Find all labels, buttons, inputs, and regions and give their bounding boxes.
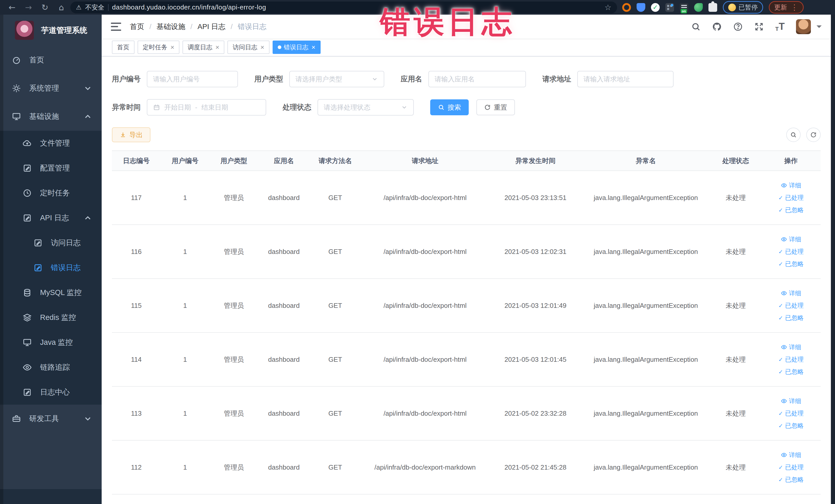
page-scrollbar[interactable] [831, 15, 835, 504]
sidebar-item-scheduled-jobs[interactable]: 定时任务 [0, 181, 102, 205]
toggle-search-button[interactable] [786, 127, 801, 142]
cell-exception-name: java.lang.IllegalArgumentException [582, 356, 710, 364]
detail-link[interactable]: 详细 [781, 451, 801, 459]
extension-grid-icon[interactable] [665, 3, 674, 12]
sidebar-item-file-manage[interactable]: 文件管理 [0, 131, 102, 156]
sidebar-item-system[interactable]: 系统管理 [0, 74, 102, 102]
help-icon[interactable] [733, 22, 743, 32]
hamburger-icon[interactable] [111, 23, 121, 31]
request-url-input[interactable] [584, 75, 667, 83]
app-name-input[interactable] [434, 75, 520, 83]
user-type-label: 用户类型 [254, 74, 283, 84]
back-icon[interactable]: ← [5, 1, 20, 14]
breadcrumb: 首页 基础设施 API 日志 错误日志 [130, 22, 266, 32]
process-status-select[interactable]: 请选择处理状态 [318, 99, 414, 116]
breadcrumb-home[interactable]: 首页 [130, 22, 144, 32]
sidebar-item-home[interactable]: 首页 [0, 46, 102, 74]
search-button[interactable]: 搜索 [430, 99, 469, 115]
close-icon[interactable] [170, 44, 174, 51]
export-button[interactable]: 导出 [112, 127, 150, 142]
mark-processed-link[interactable]: 已处理 [778, 247, 803, 256]
sidebar-item-error-log[interactable]: 错误日志 [0, 255, 102, 280]
paused-badge[interactable]: 已暂停 [723, 1, 763, 14]
detail-link[interactable]: 详细 [781, 343, 801, 351]
extension-green-check-icon[interactable]: ✓ [651, 3, 660, 12]
breadcrumb-api-log[interactable]: API 日志 [198, 22, 226, 32]
close-icon[interactable] [312, 44, 315, 51]
sidebar-item-redis-monitor[interactable]: Redis 监控 [0, 305, 102, 330]
user-type-select[interactable]: 请选择用户类型 [289, 71, 384, 87]
detail-link[interactable]: 详细 [781, 181, 801, 189]
col-app-name: 应用名 [258, 156, 309, 165]
extensions-puzzle-icon[interactable] [709, 3, 717, 12]
mark-processed-link[interactable]: 已处理 [778, 463, 803, 471]
tab-access-log[interactable]: 访问日志 [227, 41, 269, 54]
refresh-icon [484, 104, 491, 110]
detail-link[interactable]: 详细 [781, 235, 801, 243]
toolbox-icon [12, 414, 21, 423]
mark-ignored-link[interactable]: 已忽略 [778, 476, 803, 484]
user-menu[interactable] [796, 19, 822, 34]
tab-scheduled-jobs[interactable]: 定时任务 [138, 41, 179, 54]
active-dot [278, 45, 281, 49]
kebab-menu-icon[interactable]: ⋮ [791, 4, 798, 11]
mark-ignored-link[interactable]: 已忽略 [778, 422, 803, 430]
github-icon[interactable] [712, 22, 722, 32]
extension-leaf-icon[interactable] [694, 3, 703, 12]
address-bar[interactable]: ⚠ 不安全 dashboard.yudao.iocoder.cn/infra/l… [70, 2, 617, 13]
sidebar-item-tracing[interactable]: 链路追踪 [0, 355, 102, 380]
close-icon[interactable] [260, 44, 264, 51]
extension-shield-icon[interactable] [636, 3, 645, 12]
eye-icon [781, 398, 787, 404]
cell-exception-time: 2021-05-02 21:45:28 [489, 463, 582, 471]
close-icon[interactable] [216, 44, 219, 51]
app-title: 芋道管理系统 [41, 25, 87, 36]
sidebar-item-api-log[interactable]: API 日志 [0, 205, 102, 230]
mark-ignored-link[interactable]: 已忽略 [778, 314, 803, 322]
sidebar-item-infra[interactable]: 基础设施 [0, 102, 102, 131]
mark-processed-link[interactable]: 已处理 [778, 301, 803, 310]
detail-link[interactable]: 详细 [781, 397, 801, 405]
extension-orange-icon[interactable] [622, 3, 631, 12]
bookmark-star-icon[interactable]: ☆ [605, 3, 611, 12]
extension-switch-icon[interactable]: on [680, 3, 688, 12]
col-user-type: 用户类型 [209, 156, 258, 165]
table-row: 114 1 管理员 dashboard GET /api/infra/db-do… [112, 333, 821, 387]
forward-icon[interactable]: → [21, 1, 36, 14]
user-id-input[interactable] [153, 75, 232, 83]
tab-error-log[interactable]: 错误日志 [272, 41, 321, 54]
date-range-picker[interactable]: 开始日期 - 结束日期 [147, 99, 266, 116]
eye-icon [781, 236, 787, 242]
tab-schedule-log[interactable]: 调度日志 [183, 41, 224, 54]
breadcrumb-separator [230, 23, 232, 31]
cell-log-id: 112 [112, 463, 161, 471]
cell-exception-name: java.lang.IllegalArgumentException [582, 463, 710, 471]
breadcrumb-infra[interactable]: 基础设施 [157, 22, 185, 32]
reset-button[interactable]: 重置 [476, 99, 515, 115]
mark-ignored-link[interactable]: 已忽略 [778, 206, 803, 214]
sidebar-item-access-log[interactable]: 访问日志 [0, 230, 102, 255]
app-logo[interactable]: 芋道管理系统 [0, 15, 102, 46]
screenshot-root: ← → ↻ ⌂ ⚠ 不安全 dashboard.yudao.iocoder.cn… [0, 0, 835, 504]
sidebar-item-dev-tools[interactable]: 研发工具 [0, 405, 102, 433]
sidebar-item-config-manage[interactable]: 配置管理 [0, 156, 102, 181]
fullscreen-icon[interactable] [754, 22, 764, 32]
cell-exception-time: 2021-05-03 23:13:51 [489, 194, 582, 202]
mark-ignored-link[interactable]: 已忽略 [778, 368, 803, 376]
refresh-table-button[interactable] [806, 127, 821, 142]
mark-processed-link[interactable]: 已处理 [778, 355, 803, 364]
mark-processed-link[interactable]: 已处理 [778, 194, 803, 202]
search-icon[interactable] [691, 22, 701, 32]
refresh-icon[interactable]: ↻ [38, 1, 53, 14]
date-start-placeholder: 开始日期 [164, 103, 191, 112]
mark-ignored-link[interactable]: 已忽略 [778, 260, 803, 268]
sidebar-item-log-center[interactable]: 日志中心 [0, 380, 102, 405]
font-size-icon[interactable] [775, 22, 785, 32]
mark-processed-link[interactable]: 已处理 [778, 409, 803, 418]
update-badge[interactable]: 更新 ⋮ [769, 1, 804, 14]
detail-link[interactable]: 详细 [781, 289, 801, 297]
sidebar-item-java-monitor[interactable]: Java 监控 [0, 330, 102, 355]
home-icon[interactable]: ⌂ [54, 1, 69, 14]
sidebar-item-mysql-monitor[interactable]: MySQL 监控 [0, 280, 102, 305]
tab-home[interactable]: 首页 [112, 41, 135, 54]
